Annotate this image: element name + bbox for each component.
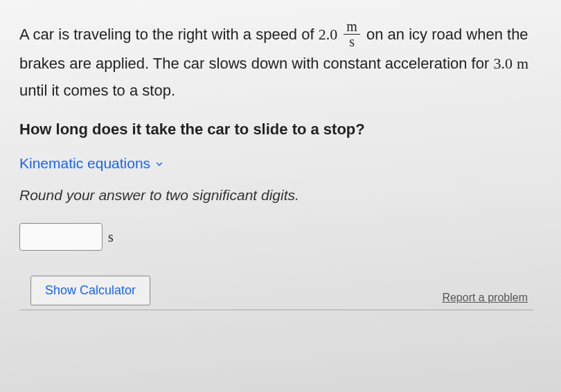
distance-unit: m xyxy=(517,55,528,72)
chevron-down-icon xyxy=(154,155,164,172)
footer-row: Show Calculator Report a problem xyxy=(19,276,533,310)
kinematic-link-label: Kinematic equations xyxy=(19,155,150,172)
report-problem-link[interactable]: Report a problem xyxy=(442,292,528,304)
problem-text-part3: until it comes to a stop. xyxy=(19,82,175,99)
fraction-denominator: s xyxy=(346,35,357,49)
fraction-numerator: m xyxy=(344,19,360,35)
rounding-instruction: Round your answer to two significant dig… xyxy=(19,187,533,204)
answer-row: s xyxy=(19,223,533,251)
answer-unit-label: s xyxy=(108,229,114,245)
question-text: How long does it take the car to slide t… xyxy=(19,121,533,139)
speed-value: 2.0 xyxy=(319,26,338,43)
show-calculator-button[interactable]: Show Calculator xyxy=(30,276,150,305)
problem-statement: A car is traveling to the right with a s… xyxy=(19,21,533,104)
kinematic-equations-toggle[interactable]: Kinematic equations xyxy=(19,155,164,172)
speed-unit-fraction: m s xyxy=(344,19,360,49)
answer-input[interactable] xyxy=(19,223,103,251)
distance-value: 3.0 xyxy=(493,55,513,72)
problem-text-part1: A car is traveling to the right with a s… xyxy=(19,26,319,43)
